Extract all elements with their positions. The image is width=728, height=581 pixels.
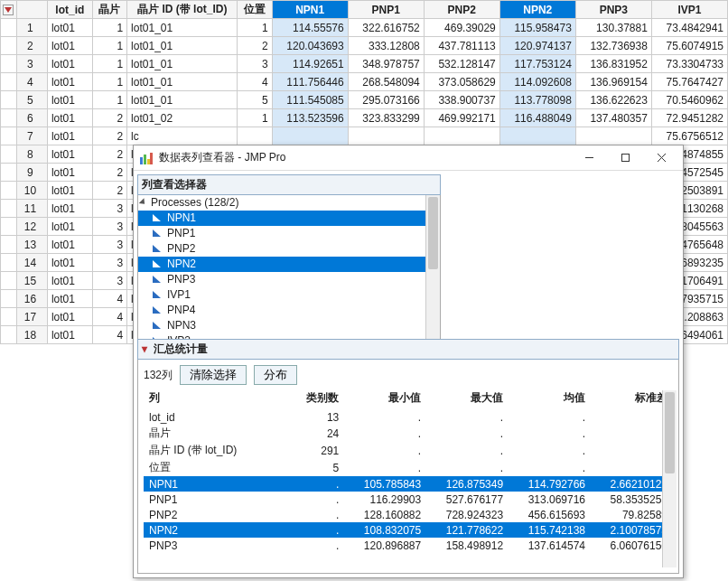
cell[interactable]: lot01 [47,254,92,272]
cell[interactable]: lot01 [47,145,92,164]
cell[interactable]: 120.043693 [272,37,348,55]
disclosure-triangle-icon[interactable]: ▾ [142,342,147,344]
cell[interactable]: lot01 [47,109,92,127]
cell[interactable] [238,127,272,145]
cell[interactable] [424,127,499,145]
cell[interactable]: 348.978757 [348,55,424,73]
row-number[interactable]: 10 [16,182,47,200]
cell[interactable]: 1 [92,73,126,91]
cell[interactable]: lot01 [47,326,92,344]
tree-root-processes[interactable]: Processes (128/2) [138,195,440,211]
cell[interactable]: 132.736938 [575,37,651,55]
disclosure-icon[interactable] [140,199,149,208]
cell[interactable]: 70.5460962 [651,91,727,109]
cell[interactable]: 113.778098 [499,91,575,109]
cell[interactable]: 130.37881 [575,19,651,37]
column-header-PNP3[interactable]: PNP3 [575,1,651,19]
row-number[interactable]: 11 [16,200,47,218]
tree-item-PNP4[interactable]: PNP4 [138,303,440,318]
cell[interactable]: 136.831952 [575,55,651,73]
cell[interactable]: lot01 [47,236,92,254]
column-selector-header[interactable]: 列查看选择器 [137,174,441,195]
cell[interactable] [272,127,348,145]
cell[interactable]: 1 [238,19,272,37]
corner-cell[interactable] [16,1,47,19]
cell[interactable]: 114.092608 [499,73,575,91]
cell[interactable]: 116.488049 [499,109,575,127]
cell[interactable]: lot01 [47,164,92,182]
summary-stats-header[interactable]: ▾ 汇总统计量 [137,339,679,344]
row-number[interactable]: 8 [16,145,47,164]
cell[interactable]: 72.9451282 [651,109,727,127]
column-header--ID-lot_ID-[interactable]: 晶片 ID (带 lot_ID) [127,1,238,19]
window-maximize-button[interactable] [607,145,643,171]
cell[interactable]: 1 [92,19,126,37]
scrollbar-thumb[interactable] [428,197,438,269]
cell[interactable]: lot01 [47,272,92,290]
cell[interactable] [499,127,575,145]
column-header--[interactable]: 晶片 [92,1,126,19]
cell[interactable]: 1 [92,37,126,55]
cell[interactable]: 338.900737 [424,91,499,109]
tree-item-NPN2[interactable]: NPN2 [138,257,440,272]
cell[interactable]: lot01_01 [127,55,238,73]
cell[interactable]: 323.833299 [348,109,424,127]
cell[interactable]: 2 [92,109,126,127]
tree-item-PNP3[interactable]: PNP3 [138,272,440,287]
column-header-lot_id[interactable]: lot_id [47,1,92,19]
cell[interactable]: 2 [92,164,126,182]
cell[interactable]: 136.622623 [575,91,651,109]
cell[interactable]: 137.480357 [575,109,651,127]
column-header-NPN1[interactable]: NPN1 [272,1,348,19]
row-number[interactable]: 1 [16,19,47,37]
tree-scrollbar[interactable] [425,195,440,344]
cell[interactable]: lot01_01 [127,73,238,91]
cell[interactable]: 117.753124 [499,55,575,73]
tree-item-NPN3[interactable]: NPN3 [138,318,440,333]
row-number[interactable]: 15 [16,272,47,290]
cell[interactable]: lc [127,127,238,145]
cell[interactable]: 333.12808 [348,37,424,55]
row-number[interactable]: 4 [16,73,47,91]
cell[interactable]: 120.974137 [499,37,575,55]
row-number[interactable]: 12 [16,218,47,236]
cell[interactable]: 322.616752 [348,19,424,37]
cell[interactable]: 469.992171 [424,109,499,127]
cell[interactable] [575,127,651,145]
row-number[interactable]: 16 [16,290,47,308]
cell[interactable]: 1 [92,91,126,109]
cell[interactable]: lot01_01 [127,91,238,109]
cell[interactable]: lot01 [47,200,92,218]
cell[interactable]: 73.3304733 [651,55,727,73]
tree-item-PNP2[interactable]: PNP2 [138,241,440,257]
cell[interactable]: lot01_01 [127,37,238,55]
cell[interactable]: 1 [92,55,126,73]
cell[interactable]: 3 [92,236,126,254]
column-header--[interactable]: 位置 [238,1,272,19]
row-number[interactable]: 3 [16,55,47,73]
cell[interactable]: 3 [92,218,126,236]
cell[interactable]: 3 [92,272,126,290]
row-number[interactable]: 17 [16,308,47,326]
column-header-PNP2[interactable]: PNP2 [424,1,499,19]
window-minimize-button[interactable] [571,145,607,171]
cell[interactable]: 2 [92,127,126,145]
cell[interactable]: 3 [92,254,126,272]
column-header-NPN2[interactable]: NPN2 [499,1,575,19]
cell[interactable]: 111.545085 [272,91,348,109]
column-header-IVP1[interactable]: IVP1 [651,1,727,19]
cell[interactable]: 2 [92,182,126,200]
cell[interactable] [348,127,424,145]
cell[interactable]: 532.128147 [424,55,499,73]
cell[interactable]: lot01 [47,308,92,326]
dialog-titlebar[interactable]: 数据表列查看器 - JMP Pro [134,145,683,171]
row-number[interactable]: 9 [16,164,47,182]
cell[interactable]: 295.073166 [348,91,424,109]
cell[interactable]: 5 [238,91,272,109]
cell[interactable]: 3 [92,200,126,218]
column-header-PNP1[interactable]: PNP1 [348,1,424,19]
cell[interactable]: lot01 [47,218,92,236]
row-number[interactable]: 14 [16,254,47,272]
row-number[interactable]: 13 [16,236,47,254]
cell[interactable]: 75.6756512 [651,127,727,145]
